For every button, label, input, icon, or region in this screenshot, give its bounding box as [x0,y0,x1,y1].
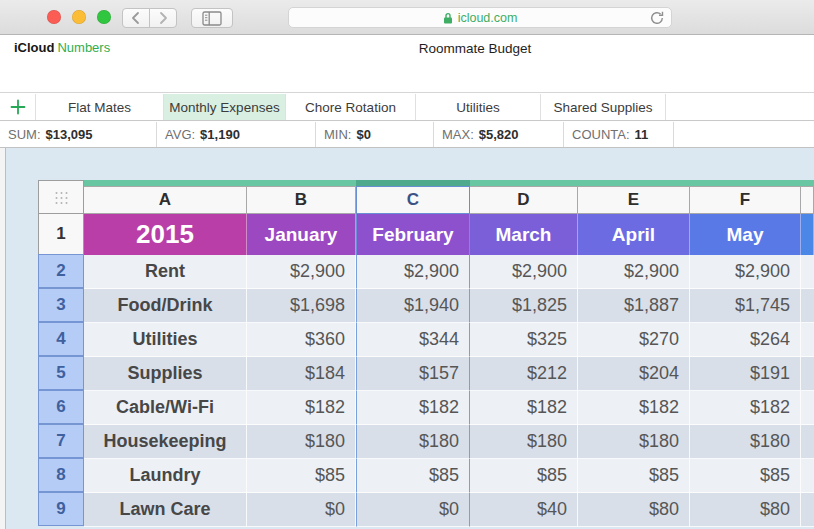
cell-partial-4[interactable] [801,323,814,357]
stat-max: MAX:$5,820 [434,122,564,147]
cell-D4[interactable]: $325 [470,323,578,357]
cell-E5[interactable]: $204 [578,357,690,391]
cell-partial-6[interactable] [801,391,814,425]
column-header-E[interactable]: E [578,186,690,214]
cell-B9[interactable]: $0 [247,493,356,527]
tab-utilities[interactable]: Utilities [416,94,541,120]
cell-D2[interactable]: $2,900 [470,255,578,289]
cell-E9[interactable]: $80 [578,493,690,527]
cell-F2[interactable]: $2,900 [690,255,801,289]
forward-button[interactable] [149,8,177,28]
cell-B6[interactable]: $182 [247,391,356,425]
cell-C9[interactable]: $0 [356,493,470,527]
row-header-6[interactable]: 6 [38,390,84,424]
back-button[interactable] [122,8,150,28]
tab-shared-supplies[interactable]: Shared Supplies [541,94,666,120]
column-header-A[interactable]: A [84,186,247,214]
cell-C8[interactable]: $85 [356,459,470,493]
cell-A8[interactable]: Laundry [84,459,247,493]
cell-A3[interactable]: Food/Drink [84,289,247,323]
tab-monthly-expenses[interactable]: Monthly Expenses [164,94,286,120]
table-handle[interactable] [38,180,84,214]
reload-button[interactable] [650,11,664,25]
cell-D8[interactable]: $85 [470,459,578,493]
cell-F6[interactable]: $182 [690,391,801,425]
cell-D9[interactable]: $40 [470,493,578,527]
cell-C2[interactable]: $2,900 [356,255,470,289]
cell-B7[interactable]: $180 [247,425,356,459]
cell-A7[interactable]: Housekeeping [84,425,247,459]
cell-C7[interactable]: $180 [356,425,470,459]
cell-C4[interactable]: $344 [356,323,470,357]
sheet-canvas[interactable]: ABCDEF12015JanuaryFebruaryMarchAprilMay2… [0,148,814,529]
cell-A2[interactable]: Rent [84,255,247,289]
row-header-7[interactable]: 7 [38,424,84,458]
cell-B3[interactable]: $1,698 [247,289,356,323]
cell-A4[interactable]: Utilities [84,323,247,357]
cell-E2[interactable]: $2,900 [578,255,690,289]
row-header-5[interactable]: 5 [38,356,84,390]
cell-D3[interactable]: $1,825 [470,289,578,323]
column-header-partial[interactable] [801,186,814,214]
cell-B5[interactable]: $184 [247,357,356,391]
cell-B8[interactable]: $85 [247,459,356,493]
cell-C5[interactable]: $157 [356,357,470,391]
cell-A9[interactable]: Lawn Care [84,493,247,527]
cell-D1[interactable]: March [470,214,578,255]
cell-B1[interactable]: January [247,214,356,255]
cell-partial-3[interactable] [801,289,814,323]
cell-E4[interactable]: $270 [578,323,690,357]
column-header-D[interactable]: D [470,186,578,214]
cell-A5[interactable]: Supplies [84,357,247,391]
cell-E1[interactable]: April [578,214,690,255]
cell-F7[interactable]: $180 [690,425,801,459]
cell-F3[interactable]: $1,745 [690,289,801,323]
cell-partial-2[interactable] [801,255,814,289]
cell-B2[interactable]: $2,900 [247,255,356,289]
cell-partial-7[interactable] [801,425,814,459]
row-header-1[interactable]: 1 [38,214,84,255]
table-row: 8Laundry$85$85$85$85$85 [38,459,814,493]
row-header-9[interactable]: 9 [38,492,84,526]
row-header-2[interactable]: 2 [38,254,84,288]
row-header-4[interactable]: 4 [38,322,84,356]
cell-E3[interactable]: $1,887 [578,289,690,323]
sidebar-toggle-button[interactable] [191,8,233,28]
cell-F8[interactable]: $85 [690,459,801,493]
cell-E6[interactable]: $182 [578,391,690,425]
column-B-header-wrap: B [247,180,356,214]
cell-D5[interactable]: $212 [470,357,578,391]
cell-F4[interactable]: $264 [690,323,801,357]
row-header-8[interactable]: 8 [38,458,84,492]
minimize-window-button[interactable] [72,10,86,24]
cell-A6[interactable]: Cable/Wi-Fi [84,391,247,425]
column-header-F[interactable]: F [690,186,801,214]
cell-D7[interactable]: $180 [470,425,578,459]
cell-partial-1[interactable] [801,214,814,255]
cell-D6[interactable]: $182 [470,391,578,425]
cell-F5[interactable]: $191 [690,357,801,391]
cell-E8[interactable]: $85 [578,459,690,493]
cell-C1[interactable]: February [356,214,470,255]
tab-flat-mates[interactable]: Flat Mates [36,94,164,120]
close-window-button[interactable] [47,10,61,24]
column-header-B[interactable]: B [247,186,356,214]
cell-C6[interactable]: $182 [356,391,470,425]
cell-C3[interactable]: $1,940 [356,289,470,323]
zoom-window-button[interactable] [97,10,111,24]
cell-partial-8[interactable] [801,459,814,493]
address-bar[interactable]: icloud.com [288,7,672,28]
cell-A1[interactable]: 2015 [84,214,247,255]
tab-chore-rotation[interactable]: Chore Rotation [286,94,416,120]
cell-F1[interactable]: May [690,214,801,255]
cell-partial-9[interactable] [801,493,814,527]
cell-partial-5[interactable] [801,357,814,391]
cell-F9[interactable]: $80 [690,493,801,527]
cell-B4[interactable]: $360 [247,323,356,357]
add-sheet-button[interactable] [0,94,36,120]
icloud-numbers-brand[interactable]: iCloudNumbers [14,40,110,55]
column-header-C[interactable]: C [356,186,470,214]
row-header-3[interactable]: 3 [38,288,84,322]
canvas-left-edge [0,148,6,529]
cell-E7[interactable]: $180 [578,425,690,459]
